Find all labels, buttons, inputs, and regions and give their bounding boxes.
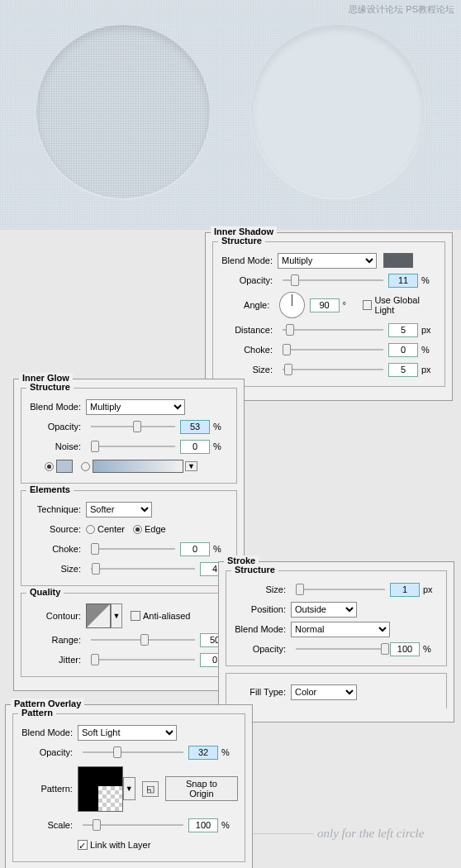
size-label: Size: <box>233 584 291 594</box>
deg: ° <box>343 300 359 310</box>
contour-label: Contour: <box>28 611 86 621</box>
stroke-fill: Fill Type: Color <box>226 673 447 708</box>
choke-label: Choke: <box>28 544 86 554</box>
inner-shadow-panel: Inner Shadow Structure Blend Mode: Multi… <box>205 232 453 401</box>
inner-shadow-structure: Structure Blend Mode: Multiply Opacity: … <box>212 241 445 387</box>
blend-mode-select[interactable]: Soft Light <box>78 725 177 741</box>
opacity-slider[interactable] <box>296 641 385 656</box>
fieldset-title: Pattern <box>18 708 56 718</box>
blend-mode-label: Blend Mode: <box>220 255 278 265</box>
gradient-radio[interactable] <box>81 462 90 471</box>
circle-left <box>36 25 210 198</box>
filltype-label: Fill Type: <box>233 687 291 697</box>
blend-mode-label: Blend Mode: <box>233 624 291 634</box>
blend-mode-label: Blend Mode: <box>28 402 86 412</box>
px: px <box>421 365 438 374</box>
chevron-down-icon[interactable]: ▼ <box>123 777 135 800</box>
source-center-radio[interactable] <box>86 525 95 534</box>
distance-input[interactable] <box>388 323 418 337</box>
opacity-input[interactable] <box>180 420 210 434</box>
scale-input[interactable] <box>188 818 218 832</box>
scale-label: Scale: <box>20 820 78 830</box>
blend-mode-select[interactable]: Normal <box>291 622 390 637</box>
opacity-label: Opacity: <box>233 644 291 654</box>
opacity-slider[interactable] <box>83 745 183 760</box>
size-label: Size: <box>220 365 278 374</box>
jitter-slider[interactable] <box>91 652 195 667</box>
opacity-input[interactable] <box>388 274 418 288</box>
scale-slider[interactable] <box>83 818 183 832</box>
pattern-overlay-panel: Pattern Overlay Pattern Blend Mode: Soft… <box>5 704 253 868</box>
stroke-structure: Structure Size: px Position: Outside Ble… <box>226 570 447 666</box>
new-preset-button[interactable]: ◱ <box>142 781 159 797</box>
size-input[interactable] <box>390 583 420 597</box>
note-text: only for the left circle <box>317 827 424 841</box>
pattern-label: Pattern: <box>20 784 78 794</box>
pattern-picker[interactable] <box>78 766 123 812</box>
antialiased-checkbox[interactable] <box>131 611 140 621</box>
source-label: Source: <box>28 524 86 534</box>
position-label: Position: <box>233 604 291 614</box>
fieldset-title: Structure <box>218 236 265 246</box>
fieldset-title: Structure <box>26 382 74 392</box>
range-slider[interactable] <box>91 632 195 647</box>
range-label: Range: <box>28 635 86 645</box>
opacity-slider[interactable] <box>91 419 175 434</box>
link-layer-checkbox[interactable]: ✓ <box>78 840 88 850</box>
technique-select[interactable]: Softer <box>86 502 152 517</box>
inner-glow-quality: Quality Contour: ▼ Anti-aliased Range: J… <box>21 593 237 677</box>
opacity-input[interactable] <box>188 746 218 760</box>
opacity-label: Opacity: <box>220 275 278 285</box>
inner-glow-elements: Elements Technique: Softer Source: Cente… <box>21 490 237 586</box>
size-slider[interactable] <box>283 362 383 377</box>
circle-right <box>251 25 425 198</box>
watermark: 思缘设计论坛 PS教程论坛 <box>349 3 454 16</box>
fieldset-title: Elements <box>26 484 74 494</box>
distance-slider[interactable] <box>283 322 383 337</box>
fieldset-title: Structure <box>231 565 278 575</box>
choke-label: Choke: <box>220 345 278 355</box>
noise-slider[interactable] <box>91 439 175 454</box>
filltype-select[interactable]: Color <box>291 684 357 700</box>
choke-input[interactable] <box>180 542 210 556</box>
technique-label: Technique: <box>28 504 86 514</box>
color-swatch[interactable] <box>383 253 413 268</box>
blend-mode-select[interactable]: Multiply <box>86 399 185 415</box>
size-input[interactable] <box>388 363 418 377</box>
choke-slider[interactable] <box>91 541 175 556</box>
chevron-down-icon[interactable]: ▼ <box>185 461 197 471</box>
global-light-checkbox[interactable] <box>363 300 372 310</box>
choke-input[interactable] <box>388 343 418 357</box>
blend-mode-label: Blend Mode: <box>20 727 78 737</box>
snap-origin-button[interactable]: Snap to Origin <box>165 776 238 801</box>
opacity-slider[interactable] <box>283 273 383 288</box>
contour-picker[interactable] <box>86 603 111 628</box>
distance-label: Distance: <box>220 325 278 335</box>
jitter-label: Jitter: <box>28 655 86 665</box>
global-light-label: Use Global Light <box>374 295 438 315</box>
chevron-down-icon[interactable]: ▼ <box>111 603 122 628</box>
opacity-input[interactable] <box>390 642 420 656</box>
angle-label: Angle: <box>220 300 274 310</box>
stroke-panel: Stroke Structure Size: px Position: Outs… <box>218 561 454 723</box>
pct: % <box>421 345 438 355</box>
preview-area: 思缘设计论坛 PS教程论坛 <box>0 0 461 230</box>
px: px <box>421 325 438 335</box>
blend-mode-select[interactable]: Multiply <box>278 253 377 269</box>
color-swatch[interactable] <box>56 460 73 473</box>
link-layer-label: Link with Layer <box>90 840 150 850</box>
size-slider[interactable] <box>91 561 195 576</box>
source-edge-radio[interactable] <box>133 525 142 534</box>
inner-glow-panel: Inner Glow Structure Blend Mode: Multipl… <box>13 379 245 691</box>
gradient-picker[interactable] <box>93 460 183 473</box>
inner-glow-structure: Structure Blend Mode: Multiply Opacity: … <box>21 388 237 484</box>
size-slider[interactable] <box>296 582 385 597</box>
position-select[interactable]: Outside <box>291 602 357 618</box>
angle-dial[interactable] <box>279 292 304 318</box>
angle-input[interactable] <box>310 298 340 312</box>
noise-input[interactable] <box>180 440 210 454</box>
color-radio[interactable] <box>45 462 54 471</box>
choke-slider[interactable] <box>283 342 383 357</box>
size-label: Size: <box>28 564 86 574</box>
noise-label: Noise: <box>28 441 86 451</box>
